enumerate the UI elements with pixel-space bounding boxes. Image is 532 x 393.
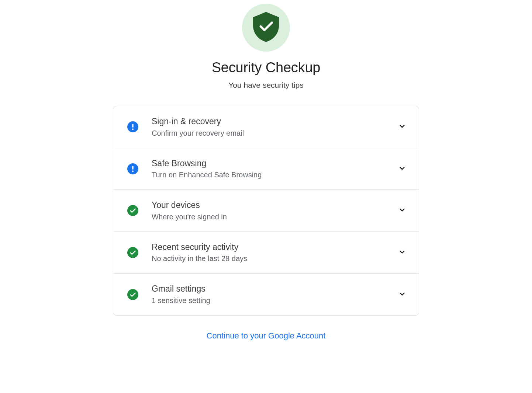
row-recent-security-activity[interactable]: Recent security activity No activity in … bbox=[113, 232, 419, 274]
svg-point-5 bbox=[132, 170, 134, 172]
chevron-down-icon bbox=[397, 247, 407, 258]
info-icon bbox=[127, 121, 138, 132]
row-desc: Turn on Enhanced Safe Browsing bbox=[152, 171, 397, 179]
row-desc: Confirm your recovery email bbox=[152, 129, 397, 138]
check-circle-icon bbox=[127, 289, 138, 300]
svg-point-6 bbox=[127, 205, 138, 216]
row-desc: No activity in the last 28 days bbox=[152, 254, 397, 263]
row-desc: 1 sensitive setting bbox=[152, 296, 397, 305]
row-title: Safe Browsing bbox=[152, 159, 397, 169]
shield-check-icon bbox=[253, 11, 279, 44]
svg-rect-1 bbox=[132, 124, 134, 128]
info-icon bbox=[127, 163, 138, 174]
security-checkup-list: Sign-in & recovery Confirm your recovery… bbox=[113, 106, 419, 316]
row-title: Recent security activity bbox=[152, 242, 397, 253]
page-subtitle: You have security tips bbox=[228, 81, 304, 90]
row-sign-in-recovery[interactable]: Sign-in & recovery Confirm your recovery… bbox=[113, 106, 419, 148]
row-title: Your devices bbox=[152, 200, 397, 211]
check-circle-icon bbox=[127, 205, 138, 216]
row-desc: Where you're signed in bbox=[152, 213, 397, 221]
check-circle-icon bbox=[127, 247, 138, 258]
row-gmail-settings[interactable]: Gmail settings 1 sensitive setting bbox=[113, 274, 419, 315]
chevron-down-icon bbox=[397, 163, 407, 174]
continue-link[interactable]: Continue to your Google Account bbox=[207, 331, 326, 341]
row-title: Sign-in & recovery bbox=[152, 116, 397, 127]
hero-icon-circle bbox=[242, 4, 290, 52]
chevron-down-icon bbox=[397, 205, 407, 216]
chevron-down-icon bbox=[397, 289, 407, 300]
svg-rect-4 bbox=[132, 166, 134, 170]
row-title: Gmail settings bbox=[152, 284, 397, 294]
page-title: Security Checkup bbox=[212, 60, 321, 76]
svg-point-7 bbox=[127, 247, 138, 258]
row-your-devices[interactable]: Your devices Where you're signed in bbox=[113, 190, 419, 232]
chevron-down-icon bbox=[397, 121, 407, 132]
row-safe-browsing[interactable]: Safe Browsing Turn on Enhanced Safe Brow… bbox=[113, 148, 419, 190]
svg-point-2 bbox=[132, 129, 134, 130]
svg-point-8 bbox=[127, 289, 138, 300]
